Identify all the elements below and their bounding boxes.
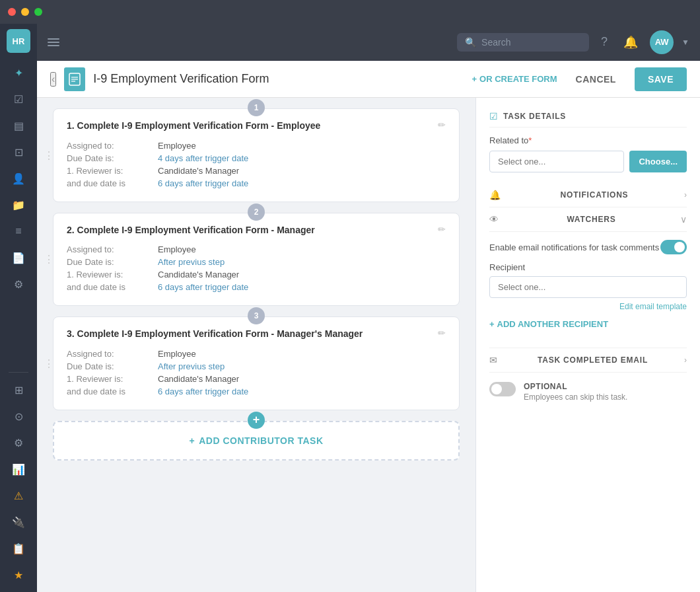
minimize-dot[interactable] <box>21 8 29 16</box>
sidebar-item-calendar[interactable]: ⊡ <box>7 140 30 164</box>
edit-icon-2[interactable]: ✏ <box>438 224 446 235</box>
related-to-input[interactable] <box>489 151 624 172</box>
task-step-2: 2 ⋮ 2. Complete I-9 Employment Verificat… <box>53 213 460 307</box>
cancel-button[interactable]: CANCEL <box>565 69 627 90</box>
sidebar-item-plugin[interactable]: 🔌 <box>7 510 30 534</box>
save-button[interactable]: SAVE <box>635 67 687 91</box>
optional-toggle[interactable] <box>489 382 516 396</box>
search-box[interactable]: 🔍 <box>457 33 589 52</box>
page-header: ‹ I-9 Employment Verification Form + OR … <box>37 61 700 98</box>
due-date-value-1: 4 days after trigger date <box>158 153 446 163</box>
right-panel: ☑ TASK DETAILS Related to* Choose... 🔔 N… <box>475 98 700 592</box>
sidebar-logo[interactable]: HR <box>7 29 30 53</box>
notifications-title: NOTIFICATIONS <box>561 190 629 200</box>
add-contributor-task-button[interactable]: + ADD CONTRIBUTOR TASK <box>189 435 323 446</box>
sidebar-item-report[interactable]: 📋 <box>7 536 30 560</box>
due-date-label-2: Due Date is: <box>67 257 153 267</box>
sidebar-item-list[interactable]: ≡ <box>7 219 30 243</box>
menu-button[interactable] <box>48 38 59 46</box>
add-task-step: + + ADD CONTRIBUTOR TASK <box>53 421 460 461</box>
task-card-1: ⋮ 1. Complete I-9 Employment Verificatio… <box>53 108 460 202</box>
reviewer-value-3: Candidate's Manager <box>158 374 446 384</box>
notifications-chevron: › <box>684 190 687 200</box>
reviewer-label-3: 1. Reviewer is: <box>67 374 153 384</box>
task-details-title: TASK DETAILS <box>503 112 566 121</box>
task-step-3: 3 ⋮ 3. Complete I-9 Employment Verificat… <box>53 316 460 410</box>
create-form-button[interactable]: + OR CREATE FORM <box>472 74 557 84</box>
assigned-label-3: Assigned to: <box>67 349 153 359</box>
optional-content: OPTIONAL Employees can skip this task. <box>524 382 627 402</box>
task-completed-section[interactable]: ✉ TASK COMPLETED EMAIL › <box>489 348 687 373</box>
sidebar-item-tasks[interactable]: ☑ <box>7 87 30 111</box>
sidebar-item-chart[interactable]: 📊 <box>7 457 30 481</box>
close-dot[interactable] <box>8 8 16 16</box>
sidebar-item-alert[interactable]: ⚠ <box>7 484 30 507</box>
watchers-content: Enable email notifications for task comm… <box>489 232 687 348</box>
assigned-value-2: Employee <box>158 244 446 254</box>
watchers-section: 👁 WATCHERS ∨ Enable email notifications … <box>489 207 687 348</box>
task-title-2: 2. Complete I-9 Employment Verification … <box>67 224 438 237</box>
sidebar-item-profile[interactable]: ⊙ <box>7 404 30 428</box>
drag-handle-1[interactable]: ⋮ <box>44 149 54 161</box>
edit-icon-3[interactable]: ✏ <box>438 328 446 338</box>
sidebar-item-document[interactable]: 📄 <box>7 246 30 270</box>
sidebar-item-settings[interactable]: ⚙ <box>7 272 30 296</box>
watchers-header[interactable]: 👁 WATCHERS ∨ <box>489 207 687 232</box>
recipient-input[interactable] <box>489 276 687 298</box>
due-date-label-3: Due Date is: <box>67 361 153 371</box>
eye-icon: 👁 <box>489 214 499 225</box>
sidebar-item-home[interactable]: ✦ <box>7 61 30 85</box>
tasks-panel: 1 ⋮ 1. Complete I-9 Employment Verificat… <box>37 98 475 592</box>
sidebar-item-inbox[interactable]: ▤ <box>7 114 30 137</box>
sidebar-item-folder[interactable]: 📁 <box>7 193 30 217</box>
related-row: Choose... <box>489 151 687 172</box>
bell-icon[interactable]: 🔔 <box>619 31 642 54</box>
reviewer-value-1: Candidate's Manager <box>158 166 446 176</box>
add-plus-icon: + <box>189 435 195 446</box>
form-icon <box>64 67 85 91</box>
edit-template-link[interactable]: Edit email template <box>489 302 687 311</box>
optional-label: OPTIONAL <box>524 382 627 391</box>
search-icon: 🔍 <box>465 37 476 48</box>
maximize-dot[interactable] <box>34 8 42 16</box>
assigned-value-1: Employee <box>158 141 446 151</box>
edit-icon-1[interactable]: ✏ <box>438 120 446 130</box>
due-date-value-2: After previus step <box>158 257 446 267</box>
due-date-value-3: After previus step <box>158 361 446 371</box>
titlebar <box>0 0 700 24</box>
search-input[interactable] <box>481 37 574 48</box>
and-due-label-1: and due date is <box>67 178 153 188</box>
email-notif-row: Enable email notifications for task comm… <box>489 240 687 254</box>
notifications-section[interactable]: 🔔 NOTIFICATIONS › <box>489 183 687 207</box>
recipient-label: Recipient <box>489 262 687 272</box>
avatar[interactable]: AW <box>650 30 674 54</box>
chevron-down-icon[interactable]: ▼ <box>682 38 689 47</box>
plus-icon: + <box>472 74 477 84</box>
back-button[interactable]: ‹ <box>50 72 56 87</box>
email-notif-toggle[interactable] <box>660 240 687 254</box>
watchers-title: WATCHERS <box>567 215 615 224</box>
choose-button[interactable]: Choose... <box>629 151 687 172</box>
and-due-value-2: 6 days after trigger date <box>158 282 446 292</box>
topnav: 🔍 ? 🔔 AW ▼ <box>37 24 700 61</box>
sidebar-item-people[interactable]: 👤 <box>7 166 30 190</box>
bell-icon: 🔔 <box>489 190 501 200</box>
drag-handle-2[interactable]: ⋮ <box>44 253 54 266</box>
optional-row: OPTIONAL Employees can skip this task. <box>489 373 687 411</box>
step-badge-1: 1 <box>248 99 265 116</box>
help-icon[interactable]: ? <box>597 31 612 53</box>
drag-handle-3[interactable]: ⋮ <box>44 357 54 369</box>
reviewer-value-2: Candidate's Manager <box>158 270 446 279</box>
sidebar: HR ✦ ☑ ▤ ⊡ 👤 📁 ≡ 📄 ⚙ ⊞ ⊙ ⚙ 📊 ⚠ 🔌 📋 ★ <box>0 24 37 592</box>
add-recipient-button[interactable]: + ADD ANOTHER RECIPIENT <box>489 319 608 329</box>
email-notif-label: Enable email notifications for task comm… <box>489 242 659 252</box>
sidebar-item-star[interactable]: ★ <box>7 563 30 587</box>
task-step-1: 1 ⋮ 1. Complete I-9 Employment Verificat… <box>53 108 460 202</box>
sidebar-item-gear[interactable]: ⚙ <box>7 431 30 455</box>
sidebar-item-grid[interactable]: ⊞ <box>7 378 30 402</box>
due-date-label-1: Due Date is: <box>67 153 153 163</box>
task-completed-chevron: › <box>684 355 687 365</box>
task-card-2: ⋮ 2. Complete I-9 Employment Verificatio… <box>53 213 460 307</box>
task-title-1: 1. Complete I-9 Employment Verification … <box>67 120 438 133</box>
and-due-label-3: and due date is <box>67 387 153 396</box>
